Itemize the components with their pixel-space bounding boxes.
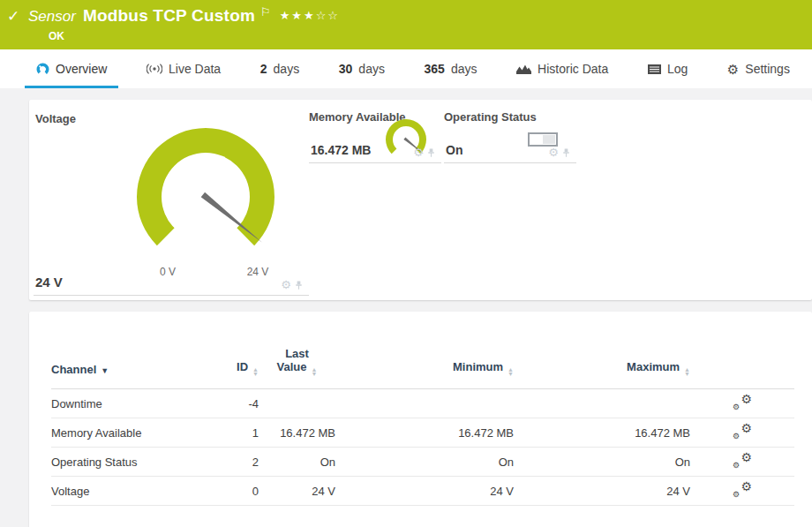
gear-icon[interactable]: ⚙ — [281, 279, 291, 290]
tab-365-days[interactable]: 365 days — [413, 49, 489, 88]
stars-empty[interactable]: ☆☆ — [316, 9, 340, 22]
switch-indicator — [528, 132, 558, 147]
status-badge: OK — [49, 30, 64, 42]
table-row[interactable]: Operating Status 2 On On On ⚙⚙ — [51, 448, 794, 477]
channel-maximum: 24 V — [514, 477, 690, 506]
tab-label: Settings — [745, 62, 790, 76]
channel-id: 1 — [210, 418, 259, 448]
tab-label: days — [451, 62, 477, 76]
column-label: Minimum — [453, 360, 503, 373]
channel-id: 0 — [210, 477, 259, 506]
gauge-max-label: 24 V — [240, 266, 275, 278]
channel-settings-icon[interactable]: ⚙⚙ — [733, 482, 752, 498]
channels-table: Channel▼ ID▲▼ Last Value▲▼ Minimum▲▼ Max… — [51, 312, 794, 506]
tab-30-days[interactable]: 30 days — [327, 49, 396, 88]
channel-maximum: 16.472 MB — [514, 418, 690, 448]
column-header-id[interactable]: ID▲▼ — [210, 312, 259, 389]
channel-last-value: 16.472 MB — [259, 418, 335, 448]
column-label: Channel — [51, 363, 96, 376]
channel-minimum — [335, 389, 514, 418]
content-area: Voltage 0 V 24 V 24 V ⚙ Memory Available — [0, 88, 812, 527]
channels-panel: Channel▼ ID▲▼ Last Value▲▼ Minimum▲▼ Max… — [29, 312, 812, 527]
pin-icon[interactable] — [426, 147, 436, 158]
gauge-cell-voltage[interactable]: Voltage 0 V 24 V 24 V ⚙ — [34, 110, 309, 296]
channel-settings-icon[interactable]: ⚙⚙ — [733, 453, 752, 469]
gauge-icon — [36, 63, 49, 76]
column-header-maximum[interactable]: Maximum▲▼ — [514, 312, 690, 389]
column-label: Value — [277, 360, 307, 373]
channel-maximum: On — [514, 448, 690, 477]
gauge-title: Operating Status — [444, 110, 576, 124]
page-title: Modbus TCP Custom — [83, 6, 255, 26]
channel-id: -4 — [210, 389, 259, 418]
sort-icon: ▲▼ — [508, 367, 514, 376]
priority-stars[interactable]: ★★★☆☆ — [280, 9, 340, 22]
gauge-cell-memory-available[interactable]: Memory Available 16.472 MB ⚙ — [309, 110, 441, 163]
sort-icon: ▲▼ — [684, 367, 690, 376]
gauge-value: 16.472 MB — [311, 143, 371, 157]
tab-label: days — [274, 62, 300, 76]
sort-icon: ▲▼ — [312, 367, 318, 376]
channel-name[interactable]: Operating Status — [51, 448, 210, 477]
channel-name[interactable]: Memory Available — [51, 418, 210, 448]
voltage-gauge — [131, 122, 281, 272]
channel-last-value: 24 V — [259, 477, 335, 506]
tab-label: Overview — [56, 62, 107, 76]
column-label: Maximum — [627, 360, 680, 373]
table-row[interactable]: Voltage 0 24 V 24 V 24 V ⚙⚙ — [51, 477, 794, 506]
column-label: Last — [285, 347, 309, 360]
pin-icon[interactable] — [294, 280, 304, 290]
column-header-last-value[interactable]: Last Value▲▼ — [259, 312, 335, 389]
tab-label: Log — [667, 62, 688, 76]
switch-knob — [543, 135, 555, 144]
tab-bar: Overview Live Data 2 days 30 days 365 da… — [0, 49, 812, 88]
column-label: ID — [237, 360, 248, 373]
table-row[interactable]: Memory Available 1 16.472 MB 16.472 MB 1… — [51, 418, 794, 448]
tab-live-data[interactable]: Live Data — [135, 49, 232, 88]
channel-settings-icon[interactable]: ⚙⚙ — [733, 424, 752, 440]
column-header-minimum[interactable]: Minimum▲▼ — [335, 312, 514, 389]
area-chart-icon — [516, 64, 531, 74]
tab-number: 2 — [260, 62, 267, 76]
object-kind-label: Sensor — [28, 8, 76, 26]
gauges-panel: Voltage 0 V 24 V 24 V ⚙ Memory Available — [29, 100, 812, 300]
table-header-row: Channel▼ ID▲▼ Last Value▲▼ Minimum▲▼ Max… — [51, 312, 794, 389]
pin-icon[interactable] — [561, 147, 571, 158]
sort-icon: ▲▼ — [252, 367, 259, 376]
gear-icon[interactable]: ⚙ — [548, 147, 559, 158]
status-check-icon: ✓ — [7, 7, 28, 26]
tab-settings[interactable]: ⚙ Settings — [716, 49, 801, 88]
tab-label: days — [358, 62, 385, 76]
tab-label: Historic Data — [538, 62, 608, 76]
channel-settings-icon[interactable]: ⚙⚙ — [733, 395, 752, 410]
channel-name[interactable]: Downtime — [51, 389, 210, 418]
channel-last-value: On — [259, 448, 335, 477]
channel-last-value — [259, 389, 335, 418]
gauge-value: On — [446, 143, 462, 157]
log-list-icon — [648, 64, 661, 74]
priority-flag-icon[interactable]: ⚐ — [260, 5, 271, 19]
tab-log[interactable]: Log — [636, 49, 699, 88]
channel-minimum: 24 V — [335, 477, 514, 506]
sorted-desc-icon: ▼ — [101, 366, 109, 375]
tab-label: Live Data — [169, 62, 221, 76]
channel-name[interactable]: Voltage — [51, 477, 210, 506]
column-header-settings — [690, 312, 794, 389]
channel-minimum: On — [335, 448, 514, 477]
tab-overview[interactable]: Overview — [25, 49, 118, 88]
table-row[interactable]: Downtime -4 ⚙⚙ — [51, 389, 794, 418]
channel-maximum — [514, 389, 690, 418]
gauge-value: 24 V — [35, 275, 63, 290]
gauge-cell-operating-status[interactable]: Operating Status On ⚙ — [444, 110, 576, 163]
tab-2-days[interactable]: 2 days — [249, 49, 311, 88]
column-header-channel[interactable]: Channel▼ — [51, 312, 210, 389]
tab-historic-data[interactable]: Historic Data — [505, 49, 620, 88]
channel-id: 2 — [210, 448, 259, 477]
live-data-icon — [147, 64, 162, 74]
tab-number: 30 — [339, 62, 353, 76]
gear-icon: ⚙ — [727, 63, 739, 76]
gear-icon[interactable]: ⚙ — [413, 147, 424, 158]
sensor-header: ✓ Sensor Modbus TCP Custom ⚐ ★★★☆☆ OK — [0, 0, 812, 49]
channel-minimum: 16.472 MB — [335, 418, 514, 448]
stars-filled[interactable]: ★★★ — [280, 9, 316, 22]
